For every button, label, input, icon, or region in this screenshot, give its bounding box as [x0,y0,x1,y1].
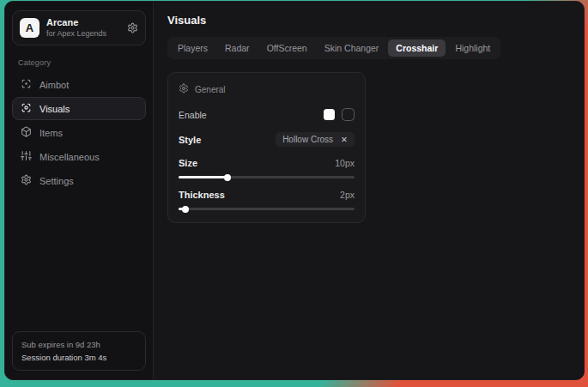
tab-players[interactable]: Players [170,39,215,57]
style-value: Hollow Cross [282,135,333,144]
brand-logo: A [20,18,39,38]
size-slider-fill [179,176,227,178]
enable-label: Enable [179,110,207,120]
thickness-row: Thickness 2px [179,190,355,200]
sidebar-item-items[interactable]: Items [12,121,146,144]
subscription-info-box: Sub expires in 9d 23h Session duration 3… [12,331,146,371]
style-select-chip[interactable]: Hollow Cross ✕ [276,132,355,147]
size-slider-thumb[interactable] [224,174,231,181]
enable-checkbox[interactable] [342,108,355,121]
sidebar: A Arcane for Apex Legends Category Aimbo… [5,2,154,379]
items-box-icon [21,126,32,139]
sidebar-item-settings[interactable]: Settings [12,169,146,192]
sidebar-item-visuals[interactable]: Visuals [12,97,146,120]
category-label: Category [18,58,140,67]
app-window: A Arcane for Apex Legends Category Aimbo… [4,1,585,380]
misc-sliders-icon [21,150,32,163]
main-content: Visuals Players Radar OffScreen Skin Cha… [154,2,584,379]
enable-row: Enable [179,108,355,121]
size-label: Size [179,158,197,168]
card-header: General [179,82,355,97]
style-label: Style [179,135,201,145]
tab-highlight[interactable]: Highlight [447,39,498,57]
sidebar-item-label: Settings [39,176,74,186]
sidebar-item-label: Aimbot [39,80,69,90]
general-settings-card: General Enable Style Hollow Cross ✕ Size… [167,72,366,223]
tab-radar[interactable]: Radar [217,39,258,57]
tab-skin-changer[interactable]: Skin Changer [317,39,387,57]
sidebar-item-label: Visuals [39,104,70,114]
sidebar-item-label: Miscellaneous [39,152,100,162]
brand-name: Arcane [46,17,120,29]
sidebar-item-label: Items [39,128,63,138]
size-value: 10px [335,158,355,168]
sidebar-item-miscellaneous[interactable]: Miscellaneous [12,145,146,168]
size-slider[interactable] [179,176,355,178]
visuals-eye-icon [21,102,32,115]
brand-text: Arcane for Apex Legends [46,17,120,39]
card-title: General [195,85,226,94]
tab-crosshair[interactable]: Crosshair [388,39,446,57]
remove-style-icon[interactable]: ✕ [341,135,348,144]
thickness-slider-thumb[interactable] [182,206,189,213]
style-row: Style Hollow Cross ✕ [179,132,355,147]
tab-offscreen[interactable]: OffScreen [259,39,315,57]
size-row: Size 10px [179,158,355,168]
thickness-value: 2px [340,190,355,200]
tab-bar: Players Radar OffScreen Skin Changer Cro… [167,37,500,59]
thickness-label: Thickness [179,190,225,200]
sidebar-item-aimbot[interactable]: Aimbot [12,73,146,96]
brand-card: A Arcane for Apex Legends [12,10,146,45]
sidebar-nav: Aimbot Visuals Items Miscellaneous [12,73,146,192]
thickness-slider[interactable] [179,208,355,210]
general-gear-icon [179,82,189,97]
sub-expires-text: Sub expires in 9d 23h [21,338,136,351]
page-title: Visuals [167,14,570,27]
crosshair-color-swatch[interactable] [324,109,335,120]
settings-gear-icon[interactable] [127,22,138,33]
settings-gear-icon [21,174,32,187]
session-duration-text: Session duration 3m 4s [21,351,136,364]
aimbot-crosshair-icon [21,78,32,91]
brand-subtitle: for Apex Legends [46,29,120,39]
